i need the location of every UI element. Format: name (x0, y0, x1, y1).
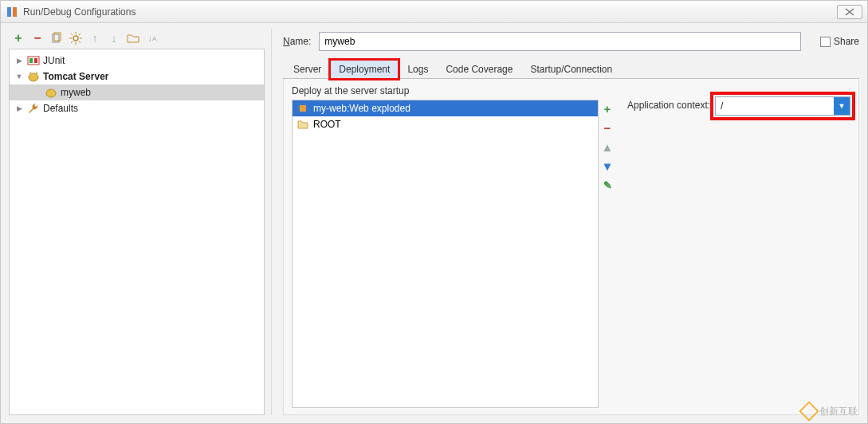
artifact-label: my-web:Web exploded (313, 103, 410, 114)
copy-config-icon[interactable] (50, 32, 63, 45)
tab-deployment[interactable]: Deployment (330, 60, 399, 79)
tab-code-coverage[interactable]: Code Coverage (437, 59, 521, 78)
svg-rect-7 (34, 58, 37, 63)
artifact-side-buttons: + − ▲ ▼ ✎ (599, 100, 616, 408)
artifact-up-button[interactable]: ▲ (600, 139, 615, 154)
app-context-label: Application context: (627, 100, 710, 111)
app-icon (6, 6, 18, 18)
share-checkbox[interactable]: Share (820, 36, 859, 47)
sort-icon[interactable]: ↓A (146, 32, 159, 45)
move-down-icon[interactable]: ↓ (108, 32, 120, 45)
chevron-down-icon[interactable]: ▼ (834, 97, 850, 115)
svg-point-9 (46, 89, 56, 97)
expand-icon[interactable]: ▶ (14, 104, 24, 112)
artifact-list[interactable]: my-web:Web exploded ROOT (292, 100, 599, 408)
folder-icon (297, 119, 308, 130)
tree-item-tomcat[interactable]: ▼ Tomcat Server (10, 69, 264, 84)
remove-artifact-button[interactable]: − (600, 120, 615, 135)
svg-rect-1 (13, 7, 17, 17)
right-pane: Name: Share Server Deployment Logs Code … (272, 28, 859, 415)
edit-artifact-button[interactable]: ✎ (600, 178, 615, 192)
config-tree[interactable]: ▶ JUnit ▼ Tomcat Server myweb ▶ (9, 49, 265, 415)
name-label: Name: (283, 36, 311, 47)
name-input[interactable] (319, 32, 801, 51)
move-up-icon[interactable]: ↑ (88, 32, 101, 45)
left-pane: + − ↑ ↓ ↓A ▶ (9, 28, 272, 415)
app-context-value: / (716, 100, 834, 112)
deploy-section-label: Deploy at the server startup (292, 85, 616, 96)
artifact-icon (297, 103, 308, 114)
remove-config-icon[interactable]: − (31, 32, 44, 45)
app-context-combo[interactable]: / ▼ (715, 96, 850, 116)
folder-icon[interactable] (127, 32, 139, 45)
tree-label: Defaults (43, 103, 78, 114)
tomcat-local-icon (45, 86, 57, 99)
window-title: Run/Debug Configurations (23, 6, 837, 18)
artifact-label: ROOT (313, 119, 341, 130)
tree-label: JUnit (43, 55, 65, 66)
svg-point-4 (73, 36, 78, 41)
tree-item-myweb[interactable]: myweb (10, 84, 264, 100)
tab-server[interactable]: Server (289, 59, 330, 78)
junit-icon (27, 54, 40, 67)
add-artifact-button[interactable]: + (600, 101, 615, 116)
tree-item-junit[interactable]: ▶ JUnit (10, 53, 264, 69)
expand-icon[interactable]: ▶ (14, 57, 24, 65)
tab-startup-connection[interactable]: Startup/Connection (521, 59, 621, 78)
tree-label: myweb (61, 87, 91, 98)
config-toolbar: + − ↑ ↓ ↓A (9, 28, 265, 49)
close-button[interactable] (837, 5, 862, 19)
add-config-icon[interactable]: + (12, 32, 25, 45)
artifact-row[interactable]: ROOT (293, 116, 598, 132)
checkbox-icon (820, 37, 831, 47)
tab-logs[interactable]: Logs (399, 59, 437, 78)
svg-rect-0 (7, 7, 11, 17)
tab-strip: Server Deployment Logs Code Coverage Sta… (283, 58, 859, 79)
collapse-icon[interactable]: ▼ (14, 73, 24, 80)
tree-label: Tomcat Server (43, 71, 108, 82)
artifact-down-button[interactable]: ▼ (600, 159, 615, 173)
settings-icon[interactable] (69, 32, 82, 45)
artifact-row[interactable]: my-web:Web exploded (293, 100, 598, 116)
deployment-tab-content: Deploy at the server startup my-web:Web … (283, 79, 859, 415)
wrench-icon (27, 102, 40, 115)
share-label: Share (834, 36, 859, 47)
tomcat-icon (27, 70, 40, 83)
svg-point-8 (29, 73, 38, 81)
tree-item-defaults[interactable]: ▶ Defaults (10, 100, 264, 116)
titlebar: Run/Debug Configurations (1, 1, 867, 23)
svg-rect-6 (29, 58, 33, 63)
svg-rect-11 (300, 105, 306, 112)
